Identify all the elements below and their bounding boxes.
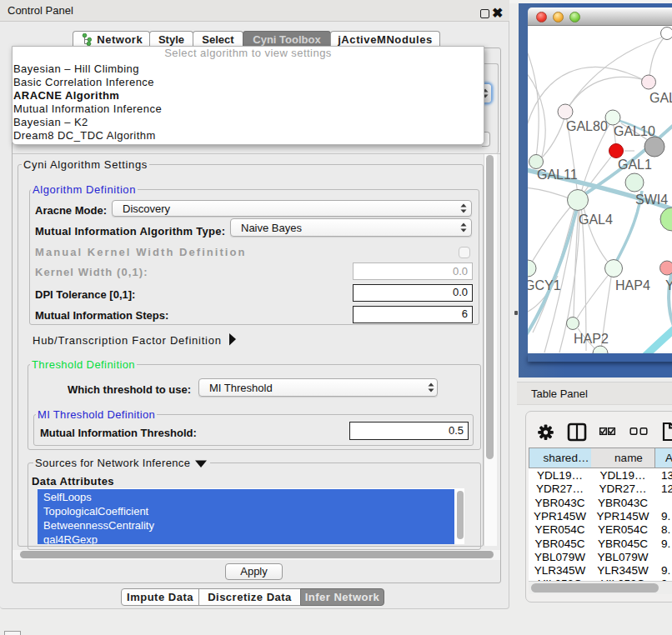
svg-text:HAP2: HAP2 <box>574 332 609 346</box>
svg-text:GAL1: GAL1 <box>618 158 652 172</box>
svg-text:GCY1: GCY1 <box>528 278 561 292</box>
svg-text:HAP4: HAP4 <box>615 278 650 292</box>
svg-text:GAL11: GAL11 <box>537 168 578 182</box>
svg-text:GAL10: GAL10 <box>614 124 655 138</box>
svg-text:GAL7: GAL7 <box>649 91 672 105</box>
svg-text:GAL4: GAL4 <box>579 212 613 227</box>
svg-text:YM: YM <box>665 278 672 292</box>
svg-text:GAL80: GAL80 <box>566 119 608 133</box>
svg-text:SWI4: SWI4 <box>635 192 668 207</box>
